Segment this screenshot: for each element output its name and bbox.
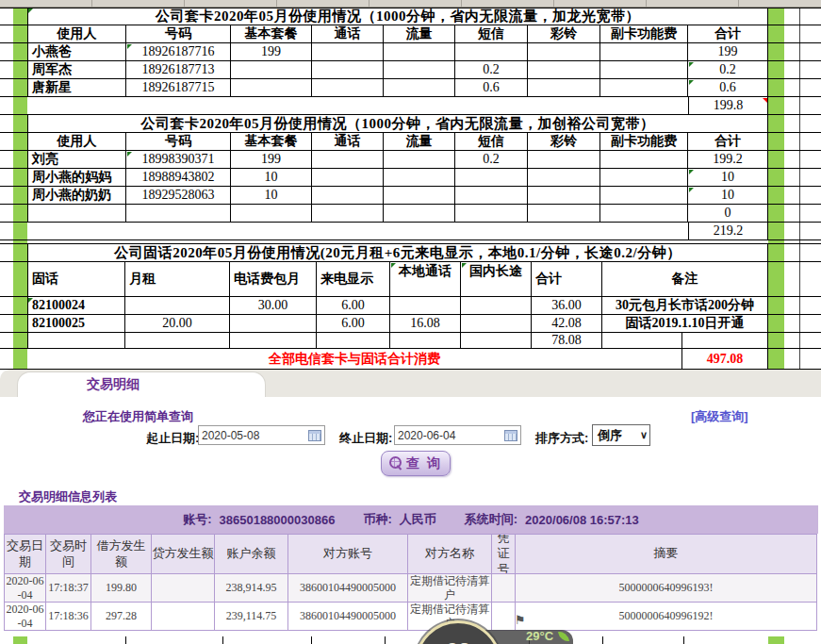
column-header[interactable]: 电话费包月 [230, 262, 317, 296]
data-cell[interactable]: 0.6 [688, 79, 768, 96]
column-header[interactable]: 通话 [312, 133, 384, 150]
data-cell[interactable] [600, 187, 688, 204]
column-header[interactable]: 本地通话 [390, 262, 461, 296]
data-cell[interactable]: 16.08 [390, 315, 461, 332]
column-header[interactable]: 国内长途 [461, 262, 532, 296]
data-cell[interactable]: 固话2019.1.10日开通 [602, 315, 768, 332]
data-cell[interactable]: 199 [231, 151, 312, 168]
data-cell[interactable] [600, 43, 688, 60]
search-button[interactable]: 查 询 [381, 451, 451, 476]
data-cell[interactable]: 18988943802 [126, 169, 231, 186]
data-cell[interactable]: 0.6 [455, 79, 528, 96]
data-cell[interactable] [461, 315, 532, 332]
tab-transaction-details[interactable]: 交易明细 [17, 372, 266, 397]
data-cell[interactable] [461, 333, 532, 348]
column-header[interactable]: 号码 [126, 133, 231, 150]
column-header[interactable]: 合计 [688, 25, 768, 42]
data-cell[interactable] [528, 43, 600, 60]
data-cell[interactable]: 周军杰 [27, 61, 126, 78]
column-header[interactable]: 副卡功能费 [600, 133, 688, 150]
data-cell[interactable]: 42.08 [532, 315, 602, 332]
table-title[interactable]: 公司固话2020年05月份使用情况(20元月租+6元来电显示，本地0.1/分钟，… [27, 244, 768, 261]
column-header[interactable]: 基本套餐 [231, 25, 312, 42]
data-cell[interactable] [390, 333, 461, 348]
column-header[interactable]: 彩铃 [528, 25, 600, 42]
data-cell[interactable]: 10 [688, 187, 768, 204]
data-cell[interactable]: 78.08 [532, 333, 602, 348]
data-cell[interactable]: 18929528063 [126, 187, 231, 204]
column-header[interactable]: 彩铃 [528, 133, 600, 150]
column-header[interactable]: 合计 [532, 262, 602, 296]
data-cell[interactable] [126, 205, 231, 222]
data-cell[interactable]: 20.00 [125, 315, 230, 332]
data-cell[interactable]: 10 [231, 187, 312, 204]
transaction-row[interactable]: 2020-06-0417:18:37199.80238,914.95386001… [4, 574, 818, 603]
data-cell[interactable]: 18926187713 [126, 61, 231, 78]
data-cell[interactable]: 刘亮 [27, 151, 126, 168]
transaction-row[interactable]: 2020-06-0417:18:36297.28239,114.75386001… [4, 603, 818, 631]
end-date-input[interactable]: 2020-06-04 [394, 425, 521, 445]
data-cell[interactable]: 小燕爸 [27, 43, 126, 60]
data-cell[interactable] [125, 333, 230, 348]
data-cell[interactable] [461, 297, 532, 314]
data-cell[interactable] [600, 151, 688, 168]
data-cell[interactable]: 周小燕的妈妈 [27, 169, 126, 186]
data-cell[interactable] [27, 333, 125, 348]
data-cell[interactable]: 30元包月长市话200分钟 [602, 297, 768, 314]
column-header[interactable]: 使用人 [27, 133, 126, 150]
data-cell[interactable] [384, 169, 455, 186]
data-cell[interactable]: 18998390371 [126, 151, 231, 168]
data-cell[interactable] [384, 205, 455, 222]
data-cell[interactable] [528, 169, 600, 186]
data-cell[interactable] [528, 79, 600, 96]
data-cell[interactable]: 0 [688, 205, 768, 222]
data-cell[interactable] [230, 315, 317, 332]
data-cell[interactable]: 82100025 [27, 315, 125, 332]
data-cell[interactable]: 6.00 [317, 297, 390, 314]
column-header[interactable]: 短信 [455, 133, 528, 150]
data-cell[interactable] [528, 187, 600, 204]
data-cell[interactable] [600, 169, 688, 186]
data-cell[interactable] [230, 333, 317, 348]
data-cell[interactable]: 82100024 [27, 297, 125, 314]
data-cell[interactable] [455, 187, 528, 204]
data-cell[interactable] [312, 79, 384, 96]
advanced-query-link[interactable]: [高级查询] [691, 408, 748, 425]
column-header[interactable]: 备注 [602, 262, 768, 296]
data-cell[interactable] [600, 79, 688, 96]
sort-select[interactable]: 倒序 ∨ [592, 424, 650, 446]
data-cell[interactable] [312, 187, 384, 204]
data-cell[interactable] [317, 333, 390, 348]
data-cell[interactable]: 10 [688, 169, 768, 186]
data-cell[interactable] [27, 205, 126, 222]
data-cell[interactable] [600, 205, 688, 222]
data-cell[interactable] [384, 61, 455, 78]
data-cell[interactable]: 18926187715 [126, 79, 231, 96]
data-cell[interactable] [231, 61, 312, 78]
start-date-input[interactable]: 2020-05-08 [198, 425, 325, 445]
weather-widget[interactable]: 62 ⚑ 29°C [415, 615, 573, 644]
calendar-icon[interactable] [504, 430, 517, 441]
column-header[interactable]: 副卡功能费 [600, 25, 688, 42]
column-header[interactable]: 流量 [384, 25, 455, 42]
data-cell[interactable] [384, 79, 455, 96]
column-header[interactable]: 固话 [27, 262, 125, 296]
data-cell[interactable] [602, 333, 768, 348]
data-cell[interactable]: 唐新星 [27, 79, 126, 96]
column-header[interactable]: 使用人 [27, 25, 126, 42]
data-cell[interactable]: 6.00 [317, 315, 390, 332]
data-cell[interactable] [312, 43, 384, 60]
data-cell[interactable]: 199.2 [688, 151, 768, 168]
data-cell[interactable]: 0.2 [688, 61, 768, 78]
column-header[interactable]: 通话 [312, 25, 384, 42]
data-cell[interactable] [528, 151, 600, 168]
data-cell[interactable]: 0.2 [455, 61, 528, 78]
data-cell[interactable] [231, 79, 312, 96]
calendar-icon[interactable] [308, 430, 321, 441]
data-cell[interactable] [455, 205, 528, 222]
data-cell[interactable]: 10 [231, 169, 312, 186]
column-header[interactable]: 合计 [688, 133, 768, 150]
data-cell[interactable] [455, 169, 528, 186]
data-cell[interactable]: 18926187716 [126, 43, 231, 60]
data-cell[interactable]: 30.00 [230, 297, 317, 314]
